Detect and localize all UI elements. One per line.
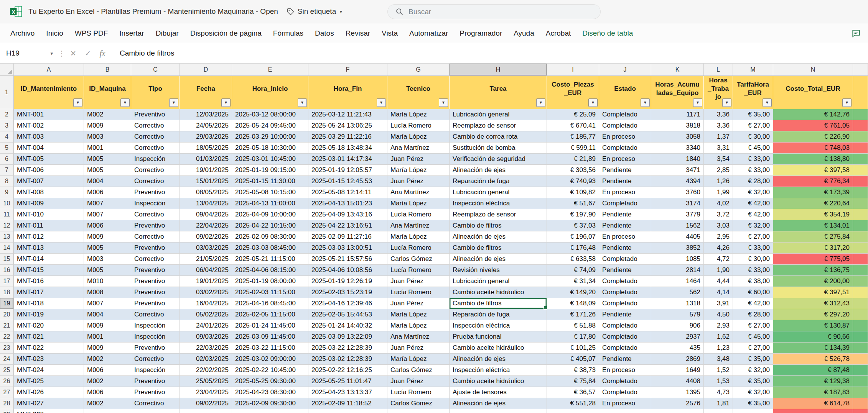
cell-G6[interactable]: Juan Pérez	[387, 154, 450, 165]
cell-N14[interactable]: € 317,20	[773, 243, 853, 254]
cell-B11[interactable]: M007	[84, 209, 131, 220]
cell-partial-13[interactable]	[853, 231, 868, 243]
cell-E21[interactable]: 2025-01-24 11:45:00	[232, 320, 308, 331]
filter-button[interactable]: ▼	[536, 98, 545, 107]
cell-D14[interactable]: 03/03/2025	[180, 243, 232, 254]
ribbon-tab-acrobat[interactable]: Acrobat	[540, 23, 576, 43]
cell-partial-16[interactable]	[853, 265, 868, 276]
cell-F27[interactable]: 2025-04-23 13:13:37	[308, 387, 387, 398]
cell-F16[interactable]: 2025-04-06 10:08:56	[308, 265, 387, 276]
cell-G19[interactable]: Juan Pérez	[387, 298, 450, 309]
cell-G3[interactable]: Lucía Romero	[387, 120, 450, 131]
cell-K23[interactable]: 435	[651, 343, 704, 354]
cell-G18[interactable]: Lucía Romero	[387, 287, 450, 298]
cell-D17[interactable]: 19/01/2025	[180, 276, 232, 287]
cell-H18[interactable]: Cambio aceite hidráulico	[450, 287, 547, 298]
cell-E24[interactable]: 2025-03-02 09:00:00	[232, 354, 308, 365]
cell-I27[interactable]: € 36,57	[547, 387, 599, 398]
cell-C12[interactable]: Preventivo	[131, 220, 180, 231]
column-header-F[interactable]: F	[308, 64, 387, 75]
cell-L29[interactable]	[704, 409, 733, 413]
cell-B24[interactable]: M002	[84, 354, 131, 365]
cell-E5[interactable]: 2025-05-18 10:30:00	[232, 143, 308, 154]
cell-J5[interactable]: Completado	[599, 143, 651, 154]
cell-F17[interactable]: 2025-01-19 12:26:19	[308, 276, 387, 287]
cell-F5[interactable]: 2025-05-18 13:48:34	[308, 143, 387, 154]
cell-I14[interactable]: € 176,48	[547, 243, 599, 254]
cell-F13[interactable]: 2025-02-09 11:27:16	[308, 231, 387, 243]
cell-L9[interactable]: 1,99	[704, 187, 733, 198]
cell-C15[interactable]: Correctivo	[131, 254, 180, 265]
cell-N17[interactable]: € 200,00	[773, 276, 853, 287]
filter-button[interactable]: ▼	[722, 98, 731, 107]
cell-G25[interactable]: Carlos Gómez	[387, 365, 450, 376]
ribbon-tab-disposición-de-página[interactable]: Disposición de página	[184, 23, 267, 43]
cell-G10[interactable]: María López	[387, 198, 450, 209]
cell-K21[interactable]: 906	[651, 320, 704, 331]
cell-N16[interactable]: € 136,75	[773, 265, 853, 276]
cell-partial-2[interactable]	[853, 109, 868, 120]
cell-E2[interactable]: 2025-03-12 08:00:00	[232, 109, 308, 120]
cell-D18[interactable]: 03/02/2025	[180, 287, 232, 298]
cell-H19[interactable]: Cambio de filtros	[450, 298, 547, 309]
row-header-3[interactable]: 3	[0, 120, 14, 131]
cell-K16[interactable]: 2814	[651, 265, 704, 276]
search-input[interactable]: Buscar	[387, 4, 601, 19]
cell-F12[interactable]: 2025-04-22 13:16:51	[308, 220, 387, 231]
cell-C25[interactable]: Inspección	[131, 365, 180, 376]
cell-B13[interactable]: M009	[84, 231, 131, 243]
cell-L28[interactable]: 1,81	[704, 398, 733, 409]
cell-L24[interactable]: 3,48	[704, 354, 733, 365]
cell-E6[interactable]: 2025-03-01 10:45:00	[232, 154, 308, 165]
cell-C8[interactable]: Correctivo	[131, 176, 180, 187]
cell-K24[interactable]: 2869	[651, 354, 704, 365]
cell-N20[interactable]: € 297,20	[773, 309, 853, 320]
cell-G15[interactable]: Carlos Gómez	[387, 254, 450, 265]
row-header-5[interactable]: 5	[0, 143, 14, 154]
cell-N9[interactable]: € 173,39	[773, 187, 853, 198]
cell-L3[interactable]: 3,36	[704, 120, 733, 131]
cell-D23[interactable]: 22/03/2025	[180, 343, 232, 354]
column-header-D[interactable]: D	[180, 64, 232, 75]
cell-K25[interactable]: 1649	[651, 365, 704, 376]
cell-F24[interactable]: 2025-03-02 12:28:39	[308, 354, 387, 365]
cell-M28[interactable]: € 35,00	[733, 398, 773, 409]
cell-I29[interactable]	[547, 409, 599, 413]
cell-C2[interactable]: Preventivo	[131, 109, 180, 120]
cell-I3[interactable]: € 670,41	[547, 120, 599, 131]
cell-C16[interactable]: Preventivo	[131, 265, 180, 276]
cell-E19[interactable]: 2025-04-16 08:45:00	[232, 298, 308, 309]
cell-K7[interactable]: 3471	[651, 165, 704, 176]
cell-L8[interactable]: 1,26	[704, 176, 733, 187]
cell-I26[interactable]: € 75,84	[547, 376, 599, 387]
cell-E23[interactable]: 2025-03-22 11:15:00	[232, 343, 308, 354]
cell-partial-22[interactable]	[853, 331, 868, 343]
cell-M26[interactable]: € 35,00	[733, 376, 773, 387]
cell-B6[interactable]: M005	[84, 154, 131, 165]
cell-J26[interactable]: Completado	[599, 376, 651, 387]
cell-A21[interactable]: MNT-020	[14, 320, 84, 331]
cell-L27[interactable]: 4,73	[704, 387, 733, 398]
cell-F10[interactable]: 2025-04-13 15:01:23	[308, 198, 387, 209]
cell-D16[interactable]: 06/04/2025	[180, 265, 232, 276]
cell-J14[interactable]: Pendiente	[599, 243, 651, 254]
cell-I23[interactable]: € 101,25	[547, 343, 599, 354]
cell-A4[interactable]: MNT-003	[14, 131, 84, 143]
cell-partial-26[interactable]	[853, 376, 868, 387]
column-header-A[interactable]: A	[14, 64, 84, 75]
cell-H9[interactable]: Lubricación general	[450, 187, 547, 198]
cell-M14[interactable]: € 33,00	[733, 243, 773, 254]
row-header-11[interactable]: 11	[0, 209, 14, 220]
cell-L26[interactable]: 1,53	[704, 376, 733, 387]
cell-B29[interactable]	[84, 409, 131, 413]
cell-C29[interactable]	[131, 409, 180, 413]
cell-I8[interactable]: € 740,93	[547, 176, 599, 187]
cell-G23[interactable]: Juan Pérez	[387, 343, 450, 354]
cell-K15[interactable]: 1085	[651, 254, 704, 265]
cell-K6[interactable]: 1840	[651, 154, 704, 165]
cell-H10[interactable]: Inspección eléctrica	[450, 198, 547, 209]
cell-C21[interactable]: Inspección	[131, 320, 180, 331]
cell-B21[interactable]: M009	[84, 320, 131, 331]
cell-C4[interactable]: Correctivo	[131, 131, 180, 143]
cell-C20[interactable]: Correctivo	[131, 309, 180, 320]
